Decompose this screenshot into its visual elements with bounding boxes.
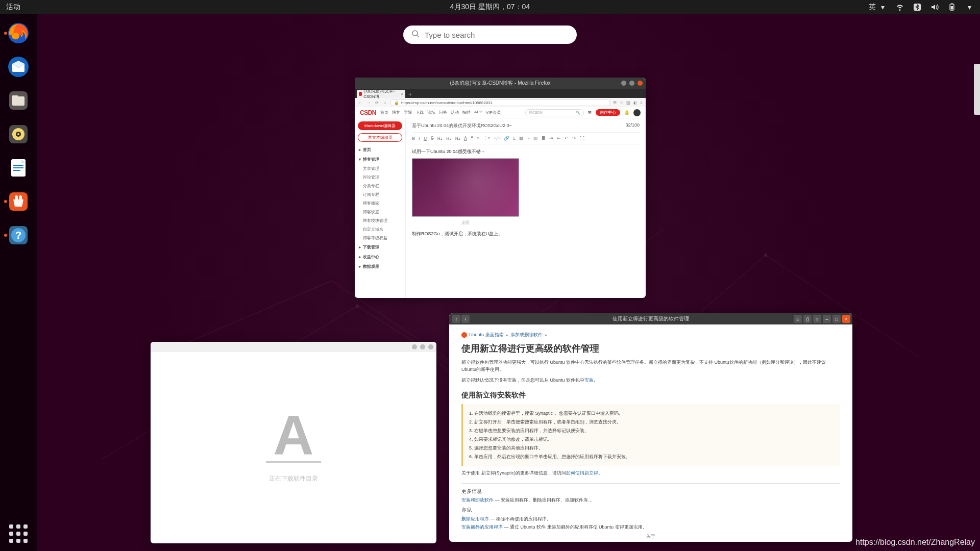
color-icon[interactable]: A̲ — [464, 136, 467, 141]
sidebar-item-blog-mgmt[interactable]: ▾ 博客管理 — [358, 155, 402, 164]
nav-item[interactable]: 下载 — [415, 110, 424, 115]
address-input[interactable]: 🔒 https://mp.csdn.net/console/editor/htm… — [390, 99, 610, 106]
link[interactable]: 安装和卸载软件 — [461, 497, 494, 503]
new-tab-button[interactable]: + — [408, 91, 412, 98]
nav-item[interactable]: 学院 — [404, 110, 412, 115]
ul-icon[interactable]: ≡ — [477, 136, 479, 141]
nav-item[interactable]: 招聘 — [462, 110, 471, 115]
reader-icon[interactable]: ☰ — [613, 101, 617, 105]
forward-icon[interactable]: › — [461, 315, 470, 323]
sidebar-item-ask[interactable]: ▸ 收益中心 — [358, 252, 402, 262]
message-icon[interactable]: ✉ — [588, 110, 592, 115]
link[interactable]: 安装额外的应用程序 — [461, 524, 503, 530]
minimize-icon[interactable] — [412, 344, 417, 349]
nav-item[interactable]: VIP会员 — [486, 110, 501, 115]
table-icon[interactable]: ▥ — [533, 136, 538, 141]
nav-item[interactable]: 博客 — [392, 110, 400, 115]
find-icon[interactable]: ⌕ — [794, 315, 802, 323]
avatar[interactable] — [633, 109, 641, 116]
chevron-down-icon[interactable]: ▾ — [965, 3, 974, 12]
link-icon[interactable]: 🔗 — [504, 136, 509, 141]
h1-icon[interactable]: H₁ — [437, 136, 443, 141]
search-input[interactable] — [425, 31, 569, 39]
h2-icon[interactable]: H₂ — [446, 136, 452, 141]
nav-item[interactable]: 活动 — [451, 110, 459, 115]
bluetooth-icon[interactable] — [913, 3, 922, 12]
sidebar-item-data[interactable]: ▸ 数据观星 — [358, 262, 402, 271]
maximize-icon[interactable] — [629, 81, 634, 86]
thunderbird-icon[interactable] — [3, 52, 34, 82]
redo-icon[interactable]: ↷ — [572, 136, 576, 141]
volume-icon[interactable] — [930, 3, 939, 12]
undo-icon[interactable]: ↶ — [565, 136, 569, 141]
editor-content[interactable]: 试用一下Ubuntu 20.04感受很不错～ 桌面 制作ROS2Go，测试开启，… — [412, 144, 640, 241]
h3-icon[interactable]: H₃ — [455, 136, 461, 141]
image-thumbnail[interactable] — [412, 158, 519, 217]
breadcrumb-link[interactable]: 添加或删除软件 — [510, 332, 543, 338]
ime-indicator[interactable]: 英 ▾ — [869, 3, 887, 12]
minimize-icon[interactable] — [621, 81, 626, 86]
firefox-titlebar[interactable]: (3条消息)写文章-CSDN博客 - Mozilla Firefox — [355, 78, 646, 89]
markdown-editor-button[interactable]: Markdown编辑器 — [358, 121, 402, 130]
help-titlebar[interactable]: ‹ › 使用新立得进行更高级的软件管理 ⌕ ⎙ ≡ – □ × — [449, 313, 852, 324]
article-title-input[interactable]: 基于Ubuntu 20.04的最优开发环境ROS2GoU2.0~ — [412, 122, 512, 129]
back-icon[interactable]: ← — [358, 101, 363, 105]
workspace-indicator[interactable] — [974, 64, 980, 115]
csdn-logo[interactable]: CSDN — [360, 109, 376, 116]
minimize-icon[interactable]: – — [823, 315, 831, 323]
battery-icon[interactable] — [947, 3, 957, 12]
csdn-search-input[interactable]: 搜CSDN🔍 — [525, 109, 584, 116]
ubuntu-software-window[interactable]: A 正在下载软件目录 — [151, 342, 436, 543]
link[interactable]: 删除应用程序 — [461, 516, 489, 521]
bookmark-icon[interactable]: ☆ — [620, 101, 623, 105]
rhythmbox-icon[interactable] — [3, 119, 34, 149]
publish-button[interactable]: 创作中心 — [596, 109, 620, 116]
chart-icon[interactable]: ⫞ — [527, 136, 530, 141]
fullscreen-icon[interactable]: ⛶ — [580, 136, 584, 141]
reload-icon[interactable]: ⟳ — [374, 101, 379, 105]
strike-icon[interactable]: S̶ — [431, 136, 434, 141]
notification-icon[interactable]: 🔔 — [624, 110, 629, 115]
italic-icon[interactable]: I — [419, 136, 420, 141]
sidebar-sub[interactable]: 评论管理 — [358, 173, 402, 182]
software-titlebar[interactable] — [151, 342, 436, 352]
clock[interactable]: 4月30日 星期四，07：04 — [450, 3, 530, 12]
sidebar-sub[interactable]: 自定义域名 — [358, 225, 402, 234]
nav-item[interactable]: 论坛 — [427, 110, 435, 115]
sidebar-sub[interactable]: 博客搬家 — [358, 199, 402, 208]
sidebar-sub[interactable]: 博客模块管理 — [358, 216, 402, 225]
tab-close-icon[interactable]: × — [401, 92, 403, 96]
firefox-icon[interactable] — [3, 18, 34, 48]
breadcrumb-link[interactable]: Ubuntu 桌面指南 — [469, 332, 504, 338]
howto-link[interactable]: 如何使用新立得 — [566, 470, 598, 475]
nav-item[interactable]: 首页 — [380, 110, 388, 115]
underline-icon[interactable]: U — [424, 136, 427, 141]
sigma-icon[interactable]: Σ — [513, 136, 516, 141]
sidebar-item-download[interactable]: ▸ 下载管理 — [358, 242, 402, 252]
libreoffice-writer-icon[interactable] — [3, 153, 34, 183]
close-icon[interactable] — [428, 344, 433, 349]
forward-icon[interactable]: → — [366, 101, 371, 105]
code-icon[interactable]: </> — [494, 136, 500, 141]
sidebar-sub[interactable]: 文章管理 — [358, 164, 402, 173]
activities-button[interactable]: 活动 — [6, 3, 20, 12]
help-window[interactable]: ‹ › 使用新立得进行更高级的软件管理 ⌕ ⎙ ≡ – □ × Ubuntu 桌… — [449, 313, 852, 542]
quote-icon[interactable]: ❝ — [471, 136, 473, 141]
library-icon[interactable]: ▥ — [626, 101, 630, 105]
ubuntu-software-icon[interactable] — [3, 186, 34, 217]
sidebar-sub[interactable]: 分类专栏 — [358, 182, 402, 190]
browser-tab[interactable]: (3条消息)写文章-CSDN博 × — [357, 90, 405, 98]
outdent-icon[interactable]: ⇤ — [557, 136, 561, 141]
files-icon[interactable] — [3, 85, 34, 116]
home-icon[interactable]: ⌂ — [382, 101, 387, 105]
menu-icon[interactable]: ≡ — [640, 101, 643, 105]
ol-icon[interactable]: ⋮≡ — [483, 136, 490, 141]
wifi-icon[interactable] — [895, 3, 904, 12]
image-icon[interactable]: ▦ — [519, 136, 524, 141]
firefox-window[interactable]: (3条消息)写文章-CSDN博客 - Mozilla Firefox (3条消息… — [355, 78, 646, 298]
help-icon[interactable]: ? — [3, 220, 34, 251]
nav-item[interactable]: APP — [474, 110, 482, 115]
install-link[interactable]: 安装 — [584, 378, 594, 383]
show-applications-icon[interactable] — [6, 521, 31, 546]
back-icon[interactable]: ‹ — [452, 315, 460, 323]
